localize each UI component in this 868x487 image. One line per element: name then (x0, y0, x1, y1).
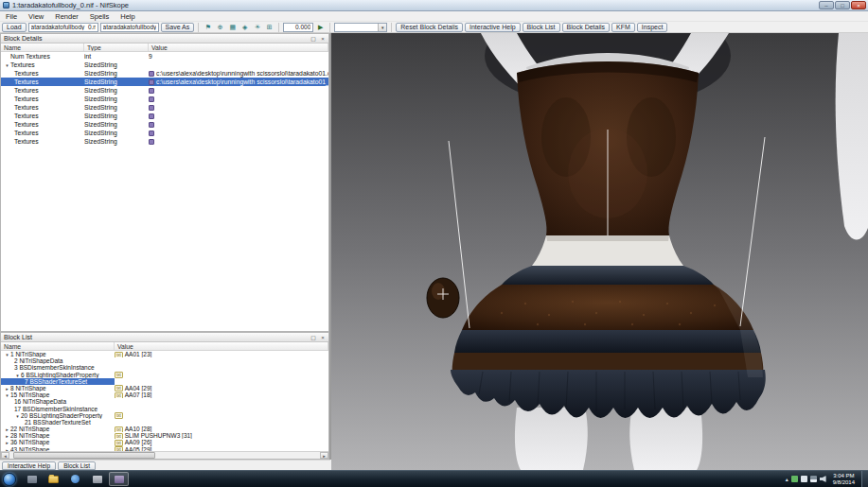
table-row[interactable]: Textures SizedString (1, 137, 328, 146)
tray-expand-icon[interactable]: ▴ (786, 476, 788, 482)
load-file-input[interactable] (28, 23, 98, 32)
antivirus-tray-icon[interactable] (791, 476, 798, 482)
taskbar-app-icon-1[interactable] (22, 472, 42, 486)
tree-row[interactable]: ▾15 NiTriShape txtAA07 [18] (1, 391, 328, 398)
table-row-selected[interactable]: Textures SizedString c:\users\alexa\desk… (1, 78, 328, 86)
tree-row[interactable]: ▸22 NiTriShape txtAA10 [28] (1, 426, 328, 432)
kfm-button[interactable]: KFM (611, 23, 635, 32)
column-name[interactable]: Name (1, 43, 84, 51)
undock-icon[interactable]: ▢ (309, 34, 318, 43)
save-file-input[interactable] (100, 23, 159, 32)
viewport-canvas[interactable] (331, 33, 868, 470)
system-tray: ▴ 3:04 PM 9/8/2014 (786, 471, 868, 487)
row-value (149, 95, 328, 103)
close-button[interactable]: × (851, 1, 866, 9)
block-details-toggle-button[interactable]: Block Details (562, 23, 610, 32)
string-icon (149, 113, 154, 119)
table-row[interactable]: Textures SizedString (1, 129, 328, 137)
table-row[interactable]: Textures SizedString (1, 120, 328, 129)
inspect-button[interactable]: Inspect (637, 23, 668, 32)
show-desktop-button[interactable] (861, 471, 868, 487)
action-center-icon[interactable] (801, 476, 807, 482)
tree-row[interactable]: ▸28 NiTriShape txtSLIM PUSHUPNW3 [31] (1, 432, 328, 439)
tree-row-selected[interactable]: 7 BSShaderTextureSet (1, 378, 328, 385)
network-icon[interactable] (810, 476, 817, 482)
menu-render[interactable]: Render (49, 11, 84, 21)
tree-row[interactable]: 21 BSShaderTextureSet (1, 419, 328, 426)
menu-view[interactable]: View (23, 11, 49, 21)
row-type: int (84, 52, 149, 61)
angle-input[interactable] (283, 23, 313, 32)
tree-row[interactable]: ▸8 NiTriShape txtAA04 [29] (1, 385, 328, 391)
table-row[interactable]: Textures SizedString (1, 103, 328, 112)
menu-help[interactable]: Help (115, 11, 140, 21)
volume-icon[interactable] (820, 476, 826, 482)
row-value (149, 129, 328, 137)
table-row[interactable]: Textures SizedString c:\users\alexa\desk… (1, 69, 328, 78)
grid-icon[interactable]: ▦ (227, 23, 238, 32)
save-as-button[interactable]: Save As (161, 23, 195, 32)
tree-row[interactable]: ▾20 BSLightingShaderProperty txt (1, 412, 328, 419)
tree-row[interactable]: ▾1 NiTriShape txtAA01 [23] (1, 351, 328, 357)
nodes-icon[interactable]: ◈ (239, 23, 250, 32)
play-icon[interactable]: ▶ (315, 23, 326, 32)
tree-row[interactable]: 16 NiTriShapeData (1, 398, 328, 405)
axes-icon[interactable]: ⊕ (215, 23, 225, 32)
row-name: Textures (10, 61, 35, 68)
undock-icon[interactable]: ▢ (309, 333, 318, 342)
clock-date: 9/8/2014 (833, 479, 855, 486)
panel-close-icon[interactable]: × (318, 34, 328, 43)
tab-interactive-help[interactable]: Interactive Help (2, 461, 56, 470)
taskbar-app-icon-2[interactable] (87, 472, 107, 486)
interactive-help-toggle-button[interactable]: Interactive Help (465, 23, 521, 32)
column-value[interactable]: Value (115, 342, 328, 350)
horizontal-scrollbar[interactable]: ◂ ▸ (1, 451, 328, 459)
main-toolbar: Load Save As ⚑ ⊕ ▦ ◈ ☀ ⊞ ▶ ▾ Reset Block… (0, 22, 868, 33)
taskbar-folder-icon[interactable] (44, 472, 63, 486)
start-button[interactable] (3, 473, 16, 486)
table-row[interactable]: ▾Textures SizedString (1, 61, 328, 69)
table-row[interactable]: Textures SizedString (1, 86, 328, 95)
row-name: Textures (14, 121, 39, 128)
reset-block-details-button[interactable]: Reset Block Details (396, 23, 463, 32)
minimize-button[interactable]: – (819, 1, 834, 9)
row-name: 20 BSLightingShaderProperty (21, 412, 102, 419)
animation-combo[interactable]: ▾ (334, 23, 387, 32)
lighting-icon[interactable]: ☀ (252, 23, 262, 32)
scroll-left-icon[interactable]: ◂ (1, 452, 9, 459)
table-row[interactable]: Textures SizedString (1, 95, 328, 103)
tree-row[interactable]: ▾6 BSLightingShaderProperty txt (1, 372, 328, 378)
panel-title-text: Block List (4, 334, 32, 340)
table-row[interactable]: Textures SizedString (1, 112, 328, 120)
taskbar-nifskope-icon[interactable] (109, 472, 129, 486)
tab-block-list[interactable]: Block List (58, 461, 96, 470)
column-type[interactable]: Type (84, 43, 149, 51)
block-list-column-header: Name Value (1, 342, 328, 351)
menu-file[interactable]: File (0, 11, 23, 21)
taskbar-browser-icon[interactable] (65, 472, 85, 486)
tree-row[interactable]: 2 NiTriShapeData (1, 357, 328, 364)
row-name: 7 BSShaderTextureSet (25, 378, 87, 385)
taskbar-clock[interactable]: 3:04 PM 9/8/2014 (829, 473, 859, 486)
load-button[interactable]: Load (2, 23, 27, 32)
row-name: Textures (14, 78, 39, 85)
panel-close-icon[interactable]: × (318, 333, 328, 342)
tree-row[interactable]: ▸36 NiTriShape txtAA09 [26] (1, 439, 328, 445)
scroll-right-icon[interactable]: ▸ (320, 452, 328, 459)
maximize-button[interactable]: □ (835, 1, 850, 9)
row-name: 17 BSDismemberSkinInstance (14, 406, 97, 412)
scrollbar-thumb[interactable] (13, 452, 155, 459)
texture-icon[interactable]: ⊞ (264, 23, 275, 32)
menu-spells[interactable]: Spells (84, 11, 115, 21)
column-value[interactable]: Value (149, 43, 328, 51)
column-name[interactable]: Name (1, 342, 115, 350)
row-value (115, 406, 328, 412)
tree-row[interactable]: 17 BSDismemberSkinInstance (1, 406, 328, 412)
table-row[interactable]: Num Textures int 9 (1, 52, 328, 61)
toolbar-separator (329, 23, 330, 32)
string-icon (149, 71, 154, 77)
expander-icon[interactable]: ▾ (4, 61, 10, 69)
flag-icon[interactable]: ⚑ (203, 23, 213, 32)
tree-row[interactable]: 3 BSDismemberSkinInstance (1, 364, 328, 371)
block-list-toggle-button[interactable]: Block List (523, 23, 560, 32)
